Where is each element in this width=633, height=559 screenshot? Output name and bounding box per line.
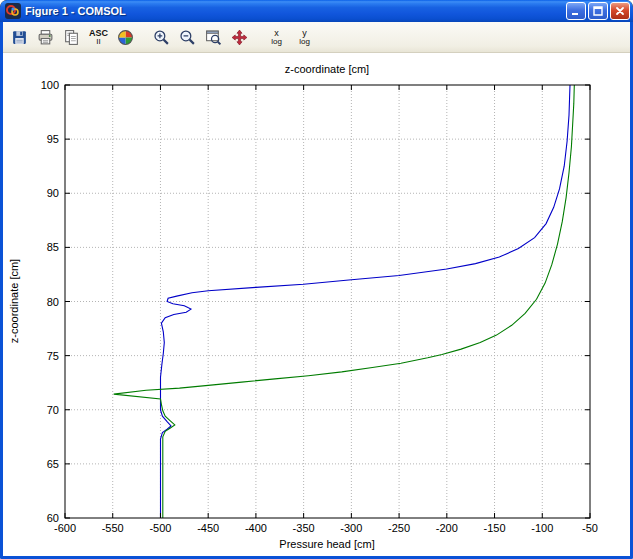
minimize-button[interactable]: [566, 2, 586, 20]
copy-icon: [63, 29, 80, 46]
zoom-in-icon: [153, 29, 170, 46]
y-axis-label: z-coordinate [cm]: [8, 259, 20, 343]
zoom-in-button[interactable]: [149, 25, 174, 50]
zoom-window-button[interactable]: [201, 25, 226, 50]
minimize-icon: [571, 6, 581, 16]
toolbar-separator: [139, 37, 148, 38]
y-tick-label: 100: [41, 79, 59, 91]
y-tick-label: 75: [47, 350, 59, 362]
window-title: Figure 1 - COMSOL: [25, 5, 562, 17]
comsol-app-icon: [5, 3, 21, 19]
x-log-label-bottom: log: [271, 38, 282, 46]
maximize-icon: [593, 6, 603, 16]
chart-title: z-coordinate [cm]: [285, 63, 369, 75]
zoom-window-icon: [205, 29, 222, 46]
print-icon: [37, 29, 54, 46]
edit-plot-parameters-button[interactable]: [113, 25, 138, 50]
print-button[interactable]: [33, 25, 58, 50]
pan-icon: [231, 29, 248, 46]
y-tick-label: 80: [47, 296, 59, 308]
x-tick-label: -50: [582, 522, 598, 534]
x-log-button[interactable]: x log: [263, 25, 290, 50]
toolbar: ASC II: [3, 22, 630, 53]
zoom-out-button[interactable]: [175, 25, 200, 50]
x-tick-label: -250: [388, 522, 410, 534]
x-tick-label: -450: [197, 522, 219, 534]
x-tick-label: -150: [484, 522, 506, 534]
save-icon: [11, 29, 28, 46]
save-button[interactable]: [7, 25, 32, 50]
edit-plot-parameters-icon: [117, 29, 134, 46]
x-tick-label: -350: [293, 522, 315, 534]
pan-button[interactable]: [227, 25, 252, 50]
y-tick-label: 65: [47, 458, 59, 470]
y-tick-label: 60: [47, 512, 59, 524]
x-tick-label: -500: [149, 522, 171, 534]
x-axis-label: Pressure head [cm]: [279, 538, 374, 550]
plot-canvas[interactable]: -600-550-500-450-400-350-300-250-200-150…: [41, 79, 598, 534]
plot-area: -600-550-500-450-400-350-300-250-200-150…: [3, 53, 630, 556]
close-icon: [615, 6, 625, 16]
titlebar[interactable]: Figure 1 - COMSOL: [0, 0, 633, 22]
ascii-export-button[interactable]: ASC II: [85, 25, 112, 50]
toolbar-separator: [253, 37, 262, 38]
figure-window: Figure 1 - COMSOL: [0, 0, 633, 559]
x-tick-label: -400: [245, 522, 267, 534]
y-tick-label: 70: [47, 404, 59, 416]
y-tick-label: 85: [47, 241, 59, 253]
y-log-button[interactable]: y log: [291, 25, 318, 50]
zoom-out-icon: [179, 29, 196, 46]
maximize-button[interactable]: [588, 2, 608, 20]
x-tick-label: -300: [340, 522, 362, 534]
chart-canvas[interactable]: -600-550-500-450-400-350-300-250-200-150…: [3, 53, 630, 556]
x-tick-label: -550: [102, 522, 124, 534]
close-button[interactable]: [610, 2, 630, 20]
ascii-export-label-bottom: II: [96, 38, 100, 46]
y-log-label-bottom: log: [299, 38, 310, 46]
y-tick-label: 90: [47, 187, 59, 199]
y-tick-label: 95: [47, 133, 59, 145]
copy-button[interactable]: [59, 25, 84, 50]
x-tick-label: -200: [436, 522, 458, 534]
x-tick-label: -100: [531, 522, 553, 534]
